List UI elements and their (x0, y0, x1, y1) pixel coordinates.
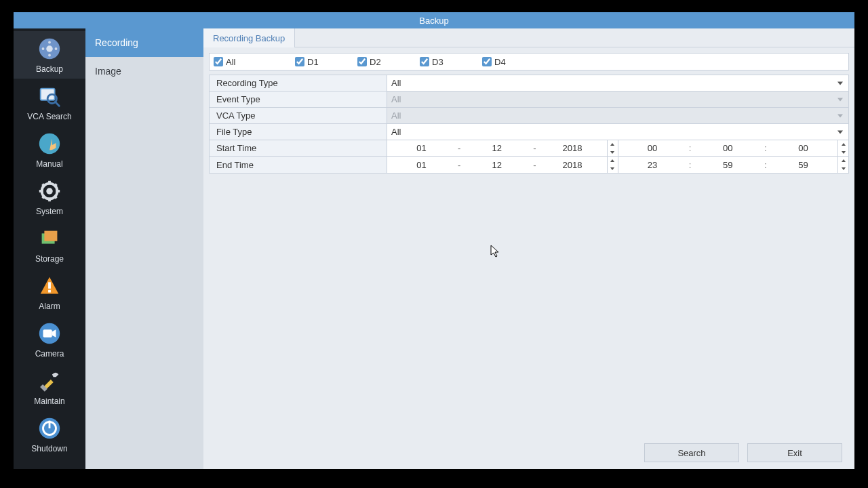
sidebar-item-vca-search[interactable]: VCA Search (14, 79, 85, 126)
end-time-label: End Time (210, 157, 387, 173)
start-time-minute[interactable]: 00 (694, 143, 762, 153)
start-time-second[interactable]: 00 (769, 143, 837, 153)
channel-d1[interactable]: D1 (295, 57, 357, 67)
sidebar-item-camera[interactable]: Camera (14, 316, 85, 363)
power-icon (37, 415, 62, 441)
main-panel: Recording Backup All D1 D2 D3 D4 Recordi… (203, 28, 854, 469)
recording-type-select[interactable]: All (387, 75, 848, 91)
end-time-spinner[interactable] (837, 157, 848, 173)
file-type-select[interactable]: All (387, 124, 848, 140)
svg-point-9 (39, 134, 60, 154)
footer: Search Exit (644, 443, 842, 462)
spinner-down-icon[interactable] (608, 165, 618, 173)
sidebar-item-label: Storage (35, 254, 64, 264)
storage-icon (37, 226, 62, 251)
start-time-label: Start Time (210, 140, 387, 156)
sidebar-item-manual[interactable]: Manual (14, 126, 85, 174)
start-date-year[interactable]: 2018 (538, 143, 606, 153)
svg-line-18 (54, 184, 57, 187)
start-time-spinner[interactable] (837, 140, 848, 157)
sidebar-item-label: Camera (35, 349, 64, 359)
sidebar-item-alarm[interactable]: Alarm (14, 268, 85, 316)
channel-d2-label: D2 (370, 57, 381, 67)
file-type-label: File Type (210, 124, 387, 140)
channel-d4[interactable]: D4 (482, 57, 545, 67)
sidebar-item-label: Manual (36, 159, 62, 169)
channel-d2-checkbox[interactable] (357, 57, 367, 66)
sidebar-item-label: Maintain (34, 396, 64, 406)
channel-d4-checkbox[interactable] (482, 57, 492, 66)
end-date-input[interactable]: 01- 12- 2018 (387, 157, 618, 173)
vca-type-select: All (387, 108, 848, 123)
svg-line-19 (43, 196, 45, 199)
sidebar-item-storage[interactable]: Storage (14, 221, 85, 268)
svg-point-5 (42, 47, 45, 50)
end-time-second[interactable]: 59 (769, 160, 837, 170)
end-date-year[interactable]: 2018 (538, 160, 606, 170)
sidebar: Backup VCA Search Manual System (14, 28, 85, 469)
recording-type-label: Recording Type (210, 75, 387, 91)
svg-line-8 (56, 102, 60, 106)
channel-all-checkbox[interactable] (214, 57, 223, 66)
spinner-up-icon[interactable] (838, 140, 848, 148)
spinner-up-icon[interactable] (608, 157, 618, 165)
start-date-input[interactable]: 01- 12- 2018 (387, 140, 618, 157)
window-title: Backup (419, 16, 448, 26)
spinner-up-icon[interactable] (608, 140, 618, 148)
row-end-time: End Time 01- 12- 2018 23: 59: (210, 157, 848, 173)
spinner-down-icon[interactable] (608, 148, 618, 157)
spinner-down-icon[interactable] (838, 165, 848, 173)
svg-rect-25 (43, 329, 52, 337)
row-start-time: Start Time 01- 12- 2018 00: 00: (210, 140, 848, 157)
start-time-hour[interactable]: 00 (618, 143, 687, 153)
end-time-hour[interactable]: 23 (618, 160, 687, 170)
svg-point-4 (48, 54, 51, 57)
subnav: Recording Image (85, 28, 203, 469)
end-time-value: 01- 12- 2018 23: 59: 59 (387, 157, 848, 173)
search-button[interactable]: Search (644, 443, 739, 462)
sidebar-item-maintain[interactable]: Maintain (14, 363, 85, 411)
end-date-spinner[interactable] (607, 157, 618, 173)
start-date-month[interactable]: 12 (462, 143, 531, 153)
sidebar-item-shutdown[interactable]: Shutdown (14, 411, 85, 458)
spinner-down-icon[interactable] (838, 148, 848, 157)
spinner-up-icon[interactable] (838, 157, 848, 165)
recording-type-value: All (391, 78, 401, 88)
dropdown-caret-icon (837, 81, 843, 85)
end-time-input[interactable]: 23: 59: 59 (618, 157, 849, 173)
tab-bar: Recording Backup (203, 28, 854, 47)
start-date-day[interactable]: 01 (387, 143, 456, 153)
app-window: Backup Backup VCA Search Manual (14, 12, 854, 469)
sidebar-item-label: System (36, 207, 63, 216)
tab-recording-backup[interactable]: Recording Backup (203, 28, 295, 47)
date-sep: - (531, 143, 538, 153)
subnav-item-image[interactable]: Image (85, 57, 203, 85)
backup-icon (37, 36, 62, 62)
channel-all-label: All (226, 57, 235, 67)
sidebar-item-backup[interactable]: Backup (14, 31, 85, 79)
start-date-spinner[interactable] (607, 140, 618, 157)
channel-d1-checkbox[interactable] (295, 57, 304, 66)
event-type-label: Event Type (210, 92, 387, 107)
channel-d3-label: D3 (432, 57, 443, 67)
dropdown-caret-icon (837, 114, 843, 117)
camera-icon (37, 321, 62, 346)
sidebar-item-system[interactable]: System (14, 174, 85, 221)
row-recording-type: Recording Type All (210, 75, 848, 92)
channel-d2[interactable]: D2 (357, 57, 420, 67)
end-date-month[interactable]: 12 (462, 160, 531, 170)
start-time-input[interactable]: 00: 00: 00 (618, 140, 849, 157)
time-sep: : (762, 143, 769, 153)
subnav-item-recording[interactable]: Recording (85, 28, 203, 57)
channel-d3-checkbox[interactable] (420, 57, 429, 66)
end-time-minute[interactable]: 59 (694, 160, 762, 170)
event-type-value: All (391, 94, 401, 104)
channel-d3[interactable]: D3 (420, 57, 482, 67)
event-type-select: All (387, 92, 848, 107)
channel-all[interactable]: All (214, 57, 295, 67)
svg-point-3 (55, 47, 58, 50)
end-date-day[interactable]: 01 (387, 160, 456, 170)
date-sep: - (531, 160, 538, 170)
exit-button[interactable]: Exit (747, 443, 842, 462)
channel-d1-label: D1 (307, 57, 319, 67)
